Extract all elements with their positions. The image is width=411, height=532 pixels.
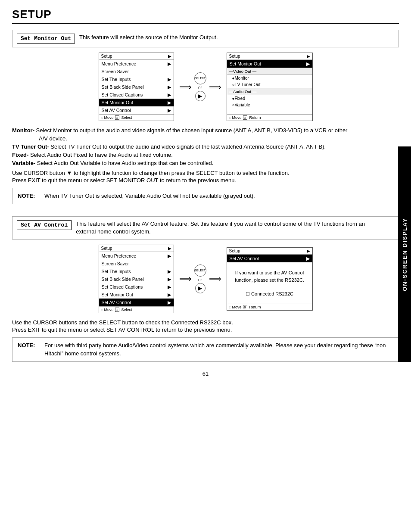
right-menu-selected-item: Set Monitor Out▶ [227,60,312,68]
sidebar-label: ON-SCREEN DISPLAY [398,146,411,362]
av-menu-item-monitor-out: Set Monitor Out▶ [99,291,174,299]
menu-item-menu-preference: Menu Preference▶ [99,60,174,68]
monitor-out-exit-text: Press EXIT to quit the menu or select SE… [12,177,399,184]
av-arrow-right-icon: ⟹ [179,274,192,284]
av-control-note-label: NOTE: [18,341,38,358]
page-title: SETUP [12,8,399,24]
av-right-menu-selected-item: Set AV Control▶ [227,255,312,262]
av-or-label: or [198,277,202,282]
av-control-description: This feature will select the AV Control … [76,220,386,236]
menu-item-set-inputs: Set The Inputs▶ [99,75,174,83]
monitor-out-body-text-3: Fixed- Select Audio Out Fixed to have th… [12,152,399,158]
av-control-note-box: NOTE: For use with third party home Audi… [12,337,399,362]
monitor-out-body-text-4: Variable- Select Audio Out Variable to h… [12,160,399,166]
monitor-out-body-text-1: Monitor- Select Monitor to output the au… [12,127,399,134]
monitor-out-diagrams: Setup▶ Menu Preference▶ Screen Saver Set… [12,53,399,121]
av-control-right-menu: Setup▶ Set AV Control▶ If you want to us… [227,247,313,311]
right-menu-title: Setup▶ [227,53,312,60]
down-button-icon: ▶ [195,91,206,101]
av-menu-item-av-control-selected: Set AV Control▶ [99,299,174,306]
monitor-out-description: This feature will select the source of t… [79,34,218,41]
monitor-out-arrow-block: ⟹ SELECT or ▶ ⟹ [178,72,222,101]
av-control-feature-row: Set AV Control This feature will select … [12,216,399,240]
tv-tuner-out-radio: ○TV Tuner Out [227,81,312,88]
audio-out-header: —Audio Out — [227,88,312,95]
av-down-button-icon: ▶ [195,283,206,293]
av-control-diagrams: Setup▶ Menu Preference▶ Screen Saver Set… [12,245,399,313]
variable-radio: ○Variable [227,102,312,108]
page-number: 61 [12,370,399,377]
right-menu-footer: ↕ Move ⊕ Return [227,114,312,121]
menu-item-monitor-out-selected: Set Monitor Out▶ [99,99,174,106]
monitor-out-right-menu: Setup▶ Set Monitor Out▶ —Video Out — ●Mo… [227,53,313,121]
av-control-body-text: If you want to use the AV Controlfunctio… [227,262,312,288]
av-control-note-text: For use with third party home Audio/Vide… [44,341,393,358]
av-menu-item-set-inputs: Set The Inputs▶ [99,268,174,275]
av-control-label: Set AV Control [17,220,72,230]
av-right-menu-footer: ↕ Move ⊕ Return [227,304,312,310]
av-checkbox-label: ☐ Connected RS232C [227,288,312,304]
menu-item-screen-saver: Screen Saver [99,68,174,75]
av-control-exit-text: Press EXIT to quit the menu or select SE… [12,327,399,333]
monitor-out-body-text-2: TV Tuner Out- Select TV Tuner Out to out… [12,143,399,150]
av-menu-item-closed-captions: Set Closed Captions▶ [99,283,174,291]
monitor-out-feature-row: Set Monitor Out This feature will select… [12,30,399,47]
av-left-menu-title: Setup▶ [99,245,174,252]
menu-item-black-side: Set Black Side Panel▶ [99,83,174,91]
left-menu-title: Setup▶ [99,53,174,60]
av-control-cursor-text: Use the CURSOR buttons and the SELECT bu… [12,319,399,326]
sidebar-text: ON-SCREEN DISPLAY [402,218,408,291]
av-select-button-icon: SELECT [194,264,206,277]
monitor-out-label: Set Monitor Out [17,34,75,44]
monitor-out-note-box: NOTE: When TV Tuner Out is selected, Var… [12,188,399,204]
av-right-menu-title: Setup▶ [227,248,312,255]
or-label: or [198,85,202,90]
av-menu-item-black-side: Set Black Side Panel▶ [99,275,174,283]
arrow-right-icon: ⟹ [179,82,192,92]
av-menu-item-screen-saver: Screen Saver [99,260,174,268]
av-control-arrow-block: ⟹ SELECT or ▶ ⟹ [178,264,222,293]
select-button-icon: SELECT [194,72,206,84]
left-menu-footer: ↕ Move ⊕ Select [99,114,174,121]
monitor-out-note-label: NOTE: [18,192,38,200]
av-menu-item-menu-preference: Menu Preference▶ [99,252,174,260]
monitor-out-cursor-text: Use CURSOR button ▼ to highlight the fun… [12,170,399,176]
monitor-out-body-text-1b: A/V device. [39,135,399,142]
monitor-out-note-text: When TV Tuner Out is selected, Variable … [44,192,255,200]
av-control-left-menu: Setup▶ Menu Preference▶ Screen Saver Set… [99,245,174,313]
av-arrow-right-icon2: ⟹ [209,274,221,284]
arrow-right-icon2: ⟹ [209,82,221,92]
menu-item-closed-captions: Set Closed Captions▶ [99,91,174,99]
monitor-out-left-menu: Setup▶ Menu Preference▶ Screen Saver Set… [99,53,174,121]
video-out-header: —Video Out — [227,68,312,75]
fixed-radio: ●Fixed [227,95,312,102]
menu-item-av-control: Set AV Control▶ [99,106,174,114]
monitor-radio: ●Monitor [227,75,312,81]
av-left-menu-footer: ↕ Move ⊕ Select [99,306,174,313]
